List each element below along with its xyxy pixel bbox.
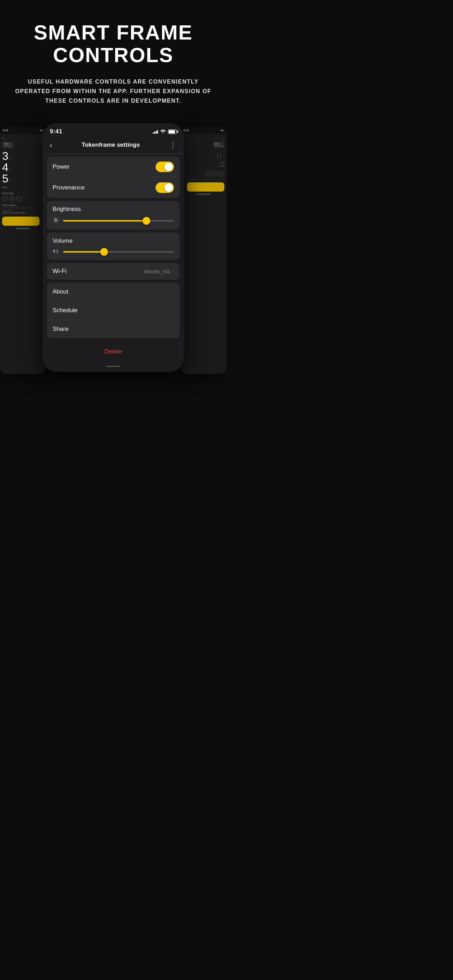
right-phone-inner: ⋮ End 8:01 PM n : AM PM <box>183 136 224 195</box>
volume-section: Volume <box>47 232 180 260</box>
left-day-m: M <box>9 196 15 201</box>
share-row[interactable]: Share › <box>47 320 180 338</box>
phone-scene: 9:41 ▪▪▪ ‹ Start 4:01 AM 3 : <box>0 116 227 398</box>
svg-line-5 <box>54 218 54 218</box>
left-bottom-bar <box>16 228 30 229</box>
left-phone-inner: ‹ Start 4:01 AM 3 : 4 : <box>2 136 44 229</box>
signal-bar-2 <box>154 132 155 134</box>
power-toggle[interactable] <box>156 162 174 172</box>
battery-fill <box>168 130 175 134</box>
wifi-status-icon <box>160 129 166 134</box>
signal-bar-3 <box>156 131 157 134</box>
provenance-row: Provenance <box>47 177 180 198</box>
left-recreation-line <box>2 208 35 208</box>
left-clock-3: 5 : <box>2 173 44 184</box>
right-phone-time: 9:41 <box>183 129 189 132</box>
left-start-block: Start 4:01 AM <box>2 142 13 148</box>
right-phone-status-bar: 9:41 ▪▪▪ <box>181 127 227 134</box>
left-digit-4: 4 <box>2 162 8 173</box>
brightness-track[interactable] <box>63 220 174 221</box>
left-phone-status-bar: 9:41 ▪▪▪ <box>0 127 46 134</box>
volume-label: Volume <box>52 237 174 245</box>
provenance-toggle[interactable] <box>156 182 174 193</box>
left-recreation-label: Recreation <box>2 204 44 207</box>
volume-fill <box>63 251 104 253</box>
left-days-row: S M T <box>2 196 44 201</box>
power-row: Power <box>47 157 180 177</box>
brightness-slider-row <box>52 217 174 225</box>
left-phone-time: 9:41 <box>3 129 8 132</box>
svg-point-0 <box>54 219 57 221</box>
nav-title: Tokenframe settings <box>81 142 140 148</box>
right-nav-more: ⋮ <box>183 136 224 140</box>
schedule-label: Schedule <box>52 307 78 314</box>
svg-line-7 <box>57 218 57 218</box>
hero-title: SMART FRAME CONTROLS <box>14 21 212 66</box>
share-label: Share <box>52 326 68 332</box>
right-day-f: F <box>212 171 218 177</box>
right-yellow-button[interactable] <box>187 182 224 192</box>
brightness-section: Brightness <box>47 201 180 230</box>
wifi-right: Mocho_5G › <box>144 269 174 274</box>
volume-track[interactable] <box>63 251 174 253</box>
right-days-row: T F S <box>183 171 224 177</box>
left-yellow-button[interactable] <box>2 216 40 226</box>
left-colon-2: : <box>9 165 11 173</box>
left-nav-back: ‹ <box>2 136 44 140</box>
main-phone-bottom-bar <box>106 366 120 367</box>
nav-bar: ‹ Tokenframe settings ⋮ <box>43 138 184 154</box>
about-chevron-icon: › <box>172 289 174 294</box>
left-clock: 3 : <box>2 150 44 162</box>
brightness-label: Brightness <box>52 206 174 213</box>
status-icons <box>153 129 177 134</box>
wifi-label: Wi-Fi <box>52 268 67 275</box>
right-end-block: End 8:01 PM <box>213 142 224 148</box>
back-button[interactable]: ‹ <box>50 141 52 149</box>
svg-line-8 <box>54 222 54 222</box>
right-clock-1: n : <box>183 150 224 160</box>
left-digit-5: 5 <box>2 173 8 184</box>
wifi-network-name: Mocho_5G <box>144 269 170 274</box>
right-end-label: End <box>215 143 223 145</box>
status-time: 9:41 <box>50 128 62 135</box>
hero-title-line1: SMART FRAME <box>34 21 193 44</box>
right-bottom-bar <box>197 194 211 195</box>
provenance-label: Provenance <box>52 184 85 191</box>
about-row[interactable]: About › <box>47 283 180 301</box>
signal-bar-1 <box>153 132 154 134</box>
left-day-t: T <box>16 196 22 201</box>
brightness-thumb[interactable] <box>143 217 150 225</box>
delete-row[interactable]: Delete <box>43 341 184 362</box>
delete-label: Delete <box>105 348 122 355</box>
left-side-phone: 9:41 ▪▪▪ ‹ Start 4:01 AM 3 : <box>0 127 46 374</box>
left-day-s: S <box>2 196 8 201</box>
left-clock-2: 4 : <box>2 162 44 173</box>
volume-slider-row <box>52 249 174 255</box>
volume-thumb[interactable] <box>100 248 108 256</box>
hero-section: SMART FRAME CONTROLS USEFUL HARDWARE CON… <box>0 0 227 116</box>
brightness-fill <box>63 220 146 221</box>
left-phone-content: ‹ Start 4:01 AM 3 : 4 : <box>0 134 46 374</box>
right-phone-icons: ▪▪▪ <box>221 129 224 132</box>
menu-section: About › Schedule › Share › <box>47 283 180 338</box>
wifi-section: Wi-Fi Mocho_5G › <box>47 263 180 280</box>
main-phone: 9:41 <box>43 123 184 372</box>
sun-icon <box>52 217 60 225</box>
left-digit-3: 3 <box>2 150 8 162</box>
wifi-chevron-icon: › <box>172 269 174 274</box>
wifi-row[interactable]: Wi-Fi Mocho_5G › <box>47 263 180 280</box>
left-start-time: 4:01 AM <box>4 145 12 147</box>
left-colon-1: : <box>9 153 11 162</box>
right-day-s: S <box>219 171 224 177</box>
schedule-row[interactable]: Schedule › <box>47 301 180 320</box>
right-pm-label: PM <box>183 164 224 168</box>
speaker-icon <box>52 249 60 255</box>
page-wrapper: SMART FRAME CONTROLS USEFUL HARDWARE CON… <box>0 0 227 398</box>
right-am-label: AM <box>183 161 224 164</box>
right-colon-1: : <box>223 153 224 160</box>
power-provenance-section: Power Provenance <box>47 157 180 198</box>
right-side-phone: 9:41 ▪▪▪ ⋮ End 8:01 PM n : <box>181 127 227 374</box>
hero-subtitle: USEFUL HARDWARE CONTROLS ARE CONVENIENTL… <box>14 77 212 106</box>
right-end-time: 8:01 PM <box>215 145 223 147</box>
more-button[interactable]: ⋮ <box>169 141 177 149</box>
